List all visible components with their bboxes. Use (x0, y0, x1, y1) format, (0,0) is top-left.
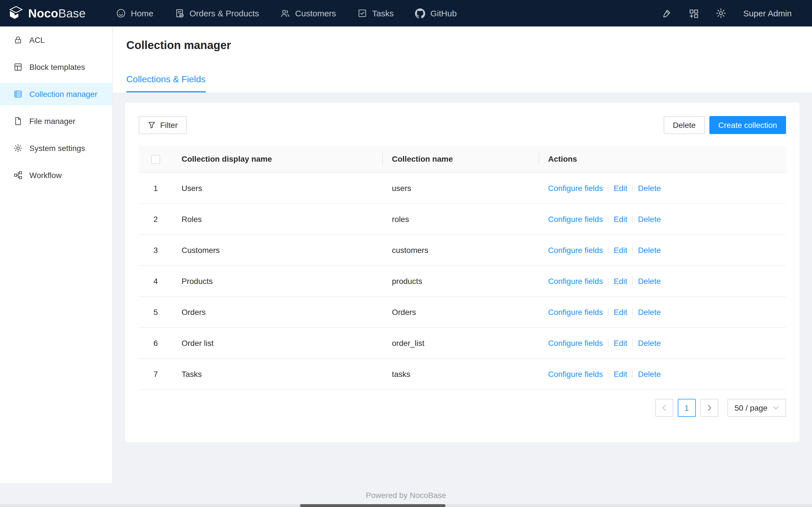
cell-collection-name: roles (383, 203, 539, 234)
configure-fields-link[interactable]: Configure fields (548, 214, 603, 223)
pagination-prev-button[interactable] (655, 399, 673, 416)
configure-fields-link[interactable]: Configure fields (548, 338, 603, 347)
cell-actions: Configure fieldsEditDelete (539, 296, 786, 327)
chevron-left-icon (661, 404, 667, 411)
app-root: NocoBase Home Ord (0, 0, 812, 507)
sidebar-item-file-manager[interactable]: File manager (0, 110, 112, 132)
delete-link[interactable]: Delete (638, 369, 661, 378)
delete-link[interactable]: Delete (638, 214, 661, 223)
row-index: 6 (139, 327, 172, 358)
team-icon (281, 8, 290, 18)
menu-item-customers[interactable]: Customers (281, 8, 336, 18)
powered-by-text: Powered by NocoBase (366, 490, 446, 499)
action-divider (608, 277, 609, 285)
cell-actions: Configure fieldsEditDelete (539, 265, 786, 296)
delete-link[interactable]: Delete (638, 245, 661, 255)
gear-icon (716, 8, 726, 18)
chevron-right-icon (706, 404, 712, 411)
edit-link[interactable]: Edit (614, 307, 627, 316)
menu-item-orders-products[interactable]: Orders & Products (175, 8, 259, 18)
cell-collection-name: users (383, 172, 539, 203)
content-area: Filter Delete Create collection Coll (113, 93, 812, 483)
menu-item-tasks[interactable]: Tasks (357, 8, 394, 18)
menu-item-label: Customers (295, 8, 336, 18)
sidebar-item-system-settings[interactable]: System settings (0, 137, 112, 159)
github-icon (415, 8, 425, 18)
horizontal-scrollbar-thumb[interactable] (300, 504, 446, 507)
tab-collections-fields[interactable]: Collections & Fields (126, 74, 206, 93)
page-size-select[interactable]: 50 / page (727, 399, 786, 416)
sidebar-item-block-templates[interactable]: Block templates (0, 56, 112, 78)
select-all-checkbox[interactable] (151, 155, 160, 164)
cell-collection-name: products (383, 265, 539, 296)
delete-link[interactable]: Delete (638, 338, 661, 347)
edit-link[interactable]: Edit (614, 183, 627, 192)
sidebar-item-label: ACL (29, 36, 45, 45)
current-user[interactable]: Super Admin (743, 8, 792, 18)
edit-link[interactable]: Edit (614, 338, 627, 347)
sidebar-item-workflow[interactable]: Workflow (0, 164, 112, 186)
collections-icon (13, 90, 22, 99)
nocobase-cube-icon (8, 6, 24, 21)
edit-link[interactable]: Edit (614, 245, 627, 255)
filter-funnel-icon (148, 121, 156, 129)
menu-item-label: Tasks (372, 8, 394, 18)
cell-actions: Configure fieldsEditDelete (539, 358, 786, 389)
cell-display-name: Order list (172, 327, 383, 358)
cell-display-name: Products (172, 265, 383, 296)
sidebar-item-acl[interactable]: ACL (0, 29, 112, 51)
pagination-page-1[interactable]: 1 (677, 399, 696, 416)
table-row: 1 Users users Configure fieldsEditDelete (139, 172, 786, 203)
cell-collection-name: tasks (383, 358, 539, 389)
table-row: 7 Tasks tasks Configure fieldsEditDelete (139, 358, 786, 389)
nocobase-logo[interactable]: NocoBase (8, 6, 86, 21)
table-row: 5 Orders Orders Configure fieldsEditDele… (139, 296, 786, 327)
pagination-next-button[interactable] (700, 399, 718, 416)
sidebar-item-label: File manager (29, 117, 75, 126)
ui-editor-button[interactable] (661, 8, 672, 18)
configure-fields-link[interactable]: Configure fields (548, 276, 603, 285)
delete-button[interactable]: Delete (664, 116, 705, 134)
header-actions: Actions (539, 146, 786, 172)
delete-button-label: Delete (673, 121, 696, 129)
collections-table: Collection display name Collection name … (139, 146, 786, 390)
page-title: Collection manager (126, 26, 799, 52)
edit-link[interactable]: Edit (614, 276, 627, 285)
configure-fields-link[interactable]: Configure fields (548, 183, 603, 192)
lock-icon (13, 36, 22, 45)
menu-item-label: Home (131, 8, 153, 18)
delete-link[interactable]: Delete (638, 276, 661, 285)
collections-card: Filter Delete Create collection Coll (125, 103, 800, 442)
page-size-value: 50 / page (734, 403, 767, 412)
chevron-down-icon (773, 405, 779, 410)
file-icon (13, 117, 22, 126)
filter-button[interactable]: Filter (139, 116, 187, 134)
sidebar-item-label: Collection manager (29, 90, 97, 99)
configure-fields-link[interactable]: Configure fields (548, 307, 603, 316)
sidebar-item-collection-manager[interactable]: Collection manager (0, 83, 112, 105)
delete-link[interactable]: Delete (638, 183, 661, 192)
menu-item-github[interactable]: GitHub (415, 8, 457, 18)
create-collection-button[interactable]: Create collection (709, 116, 786, 134)
cell-actions: Configure fieldsEditDelete (539, 172, 786, 203)
settings-button[interactable] (716, 8, 726, 18)
tab-bar: Collections & Fields (126, 74, 206, 93)
action-divider (608, 370, 609, 378)
configure-fields-link[interactable]: Configure fields (548, 245, 603, 255)
plugins-button[interactable] (689, 8, 699, 18)
edit-link[interactable]: Edit (614, 369, 627, 378)
edit-link[interactable]: Edit (614, 214, 627, 223)
cell-display-name: Customers (172, 234, 383, 265)
action-divider (632, 277, 633, 285)
logo-noco: Noco (28, 6, 58, 19)
row-index: 5 (139, 296, 172, 327)
horizontal-scrollbar (0, 504, 812, 507)
configure-fields-link[interactable]: Configure fields (548, 369, 603, 378)
header-collection-display-name: Collection display name (172, 146, 383, 172)
cell-actions: Configure fieldsEditDelete (539, 234, 786, 265)
logo-text: NocoBase (28, 6, 86, 20)
table-row: 4 Products products Configure fieldsEdit… (139, 265, 786, 296)
delete-link[interactable]: Delete (638, 307, 661, 316)
cell-actions: Configure fieldsEditDelete (539, 327, 786, 358)
menu-item-home[interactable]: Home (116, 8, 153, 18)
